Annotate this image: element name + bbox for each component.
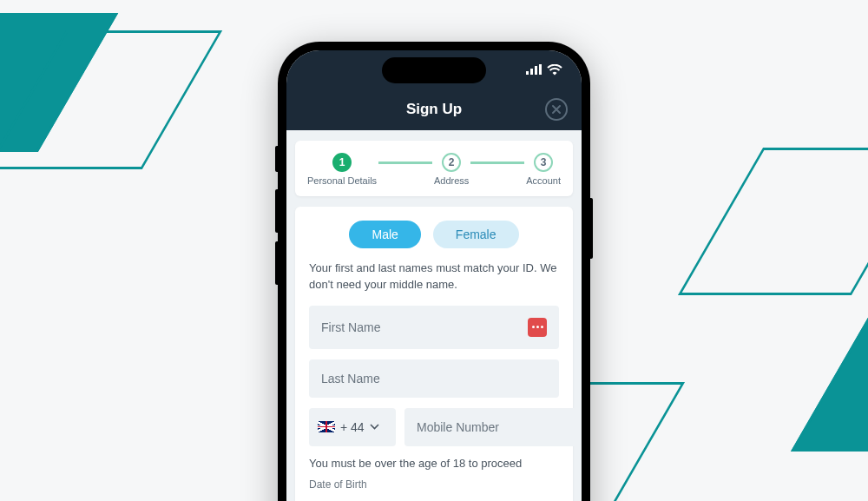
close-button[interactable] [545,98,568,121]
svg-rect-3 [539,64,542,75]
phone-side-button [275,241,278,285]
step-account[interactable]: 3 Account [526,153,561,186]
close-icon [551,104,562,115]
mobile-number-input[interactable] [417,420,569,434]
uk-flag-icon [318,421,335,432]
mobile-number-field[interactable] [404,408,581,446]
svg-rect-0 [526,71,529,75]
gender-female-button[interactable]: Female [433,221,519,248]
chevron-down-icon [370,424,379,430]
step-personal-details[interactable]: 1 Personal Details [307,153,377,186]
last-name-input[interactable] [321,372,547,386]
step-label: Personal Details [307,175,377,186]
phone-notch [382,57,486,83]
country-code-select[interactable]: + 44 [309,408,396,446]
gender-selector: Male Female [309,221,559,248]
first-name-field[interactable] [309,306,559,349]
name-match-note: Your first and last names must match you… [309,260,559,293]
step-connector [378,162,432,164]
age-requirement-note: You must be over the age of 18 to procee… [309,457,559,470]
first-name-input[interactable] [321,320,528,334]
step-label: Address [434,175,469,186]
content-area: 1 Personal Details 2 Address 3 Account [286,141,582,501]
svg-rect-2 [535,66,537,75]
dob-label: Date of Birth [309,478,559,491]
phone-screen: Sign Up 1 Personal Details 2 Address [286,50,582,501]
step-label: Account [526,175,561,186]
step-address[interactable]: 2 Address [434,153,469,186]
decoration-parallelogram [791,304,868,452]
step-number: 1 [332,153,352,172]
svg-rect-1 [530,69,533,75]
password-manager-icon[interactable] [528,318,547,337]
step-connector [470,162,524,164]
signup-form: Male Female Your first and last names mu… [295,207,573,501]
phone-mockup: Sign Up 1 Personal Details 2 Address [278,42,590,501]
step-number: 2 [442,153,461,172]
step-number: 3 [534,153,553,172]
wifi-icon [547,64,562,76]
page-title: Sign Up [406,101,462,118]
phone-side-button [590,198,593,259]
last-name-field[interactable] [309,359,559,398]
decoration-parallelogram [678,148,868,295]
cellular-signal-icon [526,64,542,75]
progress-stepper: 1 Personal Details 2 Address 3 Account [295,141,573,196]
phone-side-button [275,189,278,233]
gender-male-button[interactable]: Male [349,221,420,248]
country-code-value: + 44 [340,420,365,434]
phone-side-button [275,146,278,172]
app-header: Sign Up [286,89,582,130]
